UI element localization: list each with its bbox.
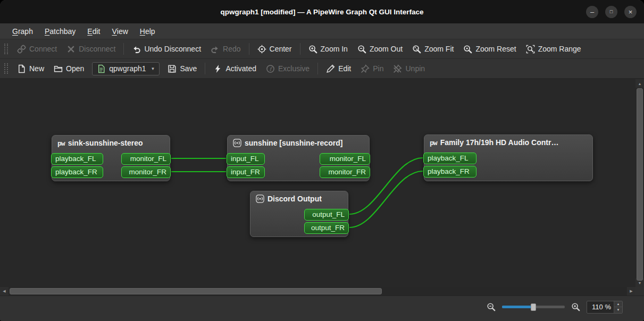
node-header: pw sink-sunshine-stereo	[52, 136, 170, 149]
menu-help[interactable]: Help	[134, 23, 161, 39]
zoom-in-button[interactable]: Zoom In	[304, 42, 353, 56]
zoom-out-label: Zoom Out	[370, 45, 403, 53]
toolbar-separator	[123, 43, 124, 55]
connect-icon	[17, 45, 26, 54]
node-header: pw Family 17h/19h HD Audio Contr…	[424, 135, 592, 148]
node-discord-output[interactable]: Discord Output output_FL output_FR	[250, 191, 348, 237]
menu-edit[interactable]: Edit	[81, 23, 106, 39]
menu-view[interactable]: View	[106, 23, 133, 39]
unpin-icon	[393, 64, 402, 73]
undo-disconnect-button[interactable]: Undo Disconnect	[127, 42, 206, 56]
pin-button[interactable]: Pin	[356, 62, 388, 76]
disconnect-icon	[66, 45, 76, 54]
vscroll-thumb[interactable]	[637, 88, 643, 281]
spin-up-icon[interactable]: ▲	[614, 301, 622, 307]
redo-button[interactable]: Redo	[206, 42, 245, 56]
zoom-range-icon	[526, 45, 535, 54]
connect-label: Connect	[29, 45, 57, 53]
hscroll-thumb[interactable]	[10, 288, 382, 294]
save-icon	[168, 64, 177, 73]
spin-down-icon[interactable]: ▼	[614, 307, 622, 313]
node-title: sunshine [sunshine-record]	[245, 139, 342, 147]
zoom-out-icon[interactable]	[487, 302, 496, 311]
edit-label: Edit	[338, 64, 351, 73]
port-output_FR[interactable]: output_FR	[304, 222, 349, 234]
zoom-slider[interactable]	[502, 303, 565, 311]
unpin-button[interactable]: Unpin	[388, 62, 430, 76]
port-playback_FL[interactable]: playback_FL	[51, 153, 103, 165]
toolbar-handle[interactable]	[4, 44, 8, 54]
pipewire-icon: pw	[57, 139, 65, 147]
exclusive-toggle[interactable]: f Exclusive	[261, 62, 314, 76]
scroll-left-icon[interactable]: ◀	[0, 287, 9, 295]
edit-button[interactable]: Edit	[321, 62, 356, 76]
spin-buttons: ▲ ▼	[614, 301, 622, 313]
zoom-slider-thumb[interactable]	[531, 303, 536, 311]
vertical-scrollbar[interactable]: ▲ ▼	[635, 79, 644, 287]
zoom-reset-button[interactable]: Zoom Reset	[458, 42, 521, 56]
disconnect-button[interactable]: Disconnect	[62, 42, 120, 56]
undo-icon	[132, 45, 141, 54]
window-controls: – □ ×	[586, 0, 637, 23]
session-combobox[interactable]: qpwgraph1 ▼	[92, 62, 160, 75]
port-monitor_FL[interactable]: monitor_FL	[320, 153, 370, 165]
port-playback_FR[interactable]: playback_FR	[423, 166, 476, 178]
node-title: sink-sunshine-stereo	[68, 139, 143, 147]
activated-toggle[interactable]: Activated	[208, 62, 261, 76]
port-playback_FR[interactable]: playback_FR	[51, 166, 103, 178]
port-playback_FL[interactable]: playback_FL	[423, 153, 476, 164]
port-monitor_FL[interactable]: monitor_FL	[121, 153, 171, 165]
port-input_FR[interactable]: input_FR	[227, 166, 265, 178]
pencil-icon	[326, 64, 335, 73]
zoom-range-button[interactable]: Zoom Range	[521, 42, 586, 56]
port-monitor_FR[interactable]: monitor_FR	[121, 166, 171, 178]
zoom-value: 110 %	[587, 303, 614, 311]
graph-toolbar: Connect Disconnect Undo Disconnect Redo …	[0, 39, 644, 59]
port-input_FL[interactable]: input_FL	[227, 153, 265, 165]
horizontal-scrollbar[interactable]: ◀ ▶	[0, 287, 635, 295]
node-sink-sunshine-stereo[interactable]: pw sink-sunshine-stereo playback_FL play…	[52, 135, 170, 181]
node-family-hd-audio[interactable]: pw Family 17h/19h HD Audio Contr… playba…	[424, 134, 593, 181]
port-monitor_FR[interactable]: monitor_FR	[320, 166, 370, 178]
port-output_FL[interactable]: output_FL	[304, 209, 349, 221]
scrollbar-corner	[635, 287, 644, 295]
center-button[interactable]: Center	[253, 42, 297, 56]
menu-graph[interactable]: Graph	[6, 23, 39, 39]
monitor-icon	[256, 195, 264, 203]
toolbar-separator	[300, 43, 300, 55]
monitor-icon	[233, 139, 241, 147]
zoom-fit-button[interactable]: Zoom Fit	[407, 42, 458, 56]
zoom-in-icon[interactable]	[571, 302, 580, 311]
window-title: qpwgraph1 [modified] — A PipeWire Graph …	[220, 8, 423, 16]
maximize-button[interactable]: □	[605, 6, 617, 18]
zoom-out-button[interactable]: Zoom Out	[353, 42, 407, 56]
menu-patchbay[interactable]: Patchbay	[39, 23, 81, 39]
zoom-fit-label: Zoom Fit	[424, 45, 454, 53]
pin-icon	[361, 64, 370, 73]
titlebar[interactable]: qpwgraph1 [modified] — A PipeWire Graph …	[0, 0, 644, 23]
open-folder-icon	[54, 64, 63, 73]
save-button[interactable]: Save	[163, 62, 202, 76]
minimize-button[interactable]: –	[586, 6, 598, 18]
toolbar-separator	[249, 43, 249, 55]
session-toolbar: New Open qpwgraph1 ▼ Save Activated f Ex…	[0, 59, 644, 79]
zoom-fit-icon	[412, 45, 421, 54]
combo-dropdown-icon[interactable]: ▼	[151, 66, 155, 71]
new-button[interactable]: New	[12, 62, 49, 76]
node-sunshine[interactable]: sunshine [sunshine-record] input_FL inpu…	[227, 135, 370, 181]
scroll-right-icon[interactable]: ▶	[627, 287, 635, 295]
connect-button[interactable]: Connect	[12, 42, 62, 56]
pin-label: Pin	[373, 64, 383, 73]
zoom-reset-icon	[463, 45, 472, 54]
connections-layer	[0, 79, 635, 287]
open-button[interactable]: Open	[49, 62, 89, 76]
graph-canvas[interactable]: pw sink-sunshine-stereo playback_FL play…	[0, 79, 635, 287]
close-button[interactable]: ×	[624, 6, 637, 18]
zoom-percentage-spinbox[interactable]: 110 % ▲ ▼	[587, 301, 623, 314]
hscroll-track[interactable]	[9, 287, 627, 295]
toolbar-handle[interactable]	[4, 63, 8, 74]
scroll-up-icon[interactable]: ▲	[635, 79, 644, 88]
zoom-in-icon	[308, 45, 317, 54]
vscroll-track[interactable]	[635, 88, 644, 278]
toolbar-separator	[205, 63, 205, 74]
